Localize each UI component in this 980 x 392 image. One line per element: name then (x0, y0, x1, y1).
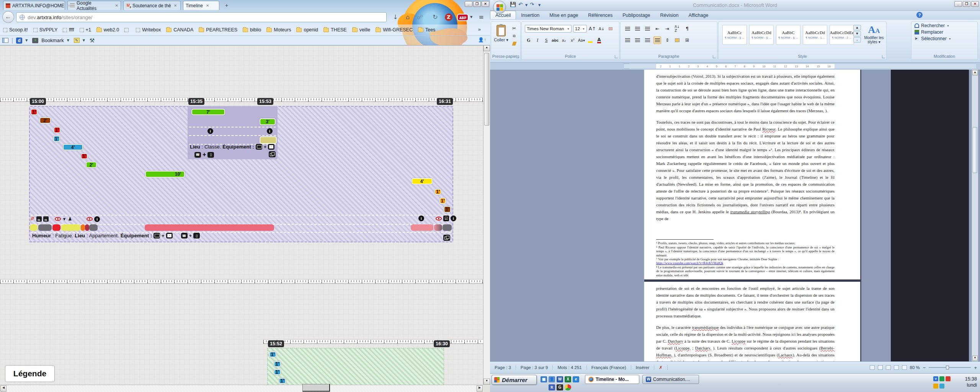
bookmark-item[interactable]: ffff (63, 27, 74, 33)
computer-icon[interactable] (154, 233, 160, 238)
timeline-event-block[interactable]: 4' (63, 144, 83, 150)
bookmark-item[interactable] (124, 28, 131, 32)
bookmark-item[interactable]: SVPPLY (33, 27, 58, 33)
legend-button[interactable]: Légende (5, 365, 55, 382)
dialog-launcher-icon[interactable] (516, 55, 519, 58)
bookmark-folder[interactable]: CANADA (166, 27, 193, 33)
zoom-in-icon[interactable]: + (974, 365, 977, 371)
grow-font-icon[interactable]: A↑ (588, 25, 596, 33)
reload-icon[interactable]: ↻ (430, 13, 440, 22)
print-layout-view-icon[interactable] (870, 365, 875, 370)
proofing-error-icon[interactable]: ✗ (654, 365, 668, 370)
scroll-down-icon[interactable]: ▼ (483, 379, 490, 385)
outline-view-icon[interactable] (894, 365, 899, 370)
timeline-bar[interactable] (52, 224, 60, 231)
rss-icon[interactable]: ☍ (415, 13, 425, 22)
borders-icon[interactable]: ⊞ (683, 36, 691, 44)
timeline-event-block[interactable]: 1' (81, 153, 88, 159)
zoom-slider[interactable] (929, 367, 971, 368)
ribbon-tab[interactable]: Insertion (516, 11, 544, 19)
timeline-bar[interactable] (89, 224, 98, 231)
zoom-slider-thumb[interactable] (946, 366, 949, 369)
add-bookmark-icon[interactable]: + (32, 38, 38, 43)
ribbon-tab[interactable]: Révision (655, 11, 684, 19)
person-icon[interactable]: ♟ (68, 216, 72, 222)
dialog-launcher-icon[interactable] (713, 55, 716, 58)
bookmark-item[interactable]: Writebox (136, 27, 161, 33)
adblock-plus-icon[interactable]: ABP (457, 14, 469, 21)
change-styles-button[interactable]: AA Modifier les styles ▾ (862, 24, 885, 44)
adblock-dropdown-icon[interactable]: ▼ (469, 13, 473, 22)
style-card[interactable]: AaBbCc¶ NORM - § ... (722, 25, 747, 45)
quicklaunch-word-icon[interactable]: W (557, 376, 563, 382)
timeline-event-block[interactable]: 1' (434, 189, 441, 195)
visibility-icon[interactable] (87, 217, 93, 221)
bookmark-dropdown-icon[interactable]: ▼ (67, 39, 71, 42)
draft-view-icon[interactable] (902, 365, 907, 370)
line-spacing-icon[interactable]: ⇕ (663, 36, 671, 44)
undo-dropdown-icon[interactable]: ▼ (525, 3, 529, 7)
quicklaunch-excel-icon[interactable]: X (565, 376, 571, 382)
ribbon-tab[interactable]: Mise en page (544, 11, 583, 19)
phone-icon[interactable]: ☎ (194, 152, 201, 158)
timeline-band-secondary[interactable] (267, 348, 444, 385)
timeline-event-block[interactable]: 1' (274, 369, 281, 375)
timeline-event-block[interactable]: 1' (54, 127, 60, 133)
status-item[interactable]: Insérer (631, 365, 655, 370)
timeline-event-block[interactable]: 1' (444, 206, 451, 213)
calendar-icon[interactable]: 31 (43, 216, 49, 222)
taskbar-button-firefox[interactable]: Timeline - Mo... (585, 375, 639, 384)
bookmark-folder[interactable]: web2.0 (96, 27, 119, 33)
mobile-icon[interactable]: ▯ (193, 233, 200, 238)
mobile-icon[interactable]: ▯ (207, 152, 214, 158)
timeline-bar[interactable] (30, 224, 38, 231)
tab-gmail[interactable]: M2 Soutenance de thèse de… ✕ (123, 1, 181, 10)
delicious-icon[interactable]: d (16, 38, 22, 44)
calendar-icon[interactable]: 31 (36, 216, 42, 222)
bookmark-folder[interactable]: PEARLTREES (199, 27, 237, 33)
vertical-scrollbar[interactable]: ▲ ▼ (483, 45, 490, 385)
band-expand-icon[interactable] (443, 235, 450, 241)
find-button[interactable]: Rechercher ▼ (915, 23, 977, 28)
timeline-event-block[interactable] (260, 136, 277, 144)
tray-icon[interactable] (933, 384, 938, 389)
timeline-bar[interactable] (434, 224, 442, 231)
numbering-icon[interactable] (634, 25, 641, 33)
info-icon[interactable]: i (451, 216, 456, 221)
bookmark-button[interactable]: Bookmark (41, 38, 64, 43)
edit-pencil-icon[interactable]: ✎ (30, 216, 35, 222)
zoom-out-icon[interactable]: − (923, 365, 926, 371)
fullscreen-view-icon[interactable] (878, 365, 883, 370)
windows-icon[interactable] (166, 233, 173, 238)
visibility-icon[interactable] (55, 217, 61, 221)
timeline-event-block[interactable]: 1' (279, 378, 286, 384)
status-item[interactable]: Français (France) (587, 365, 631, 370)
ribbon-tab[interactable]: Publipostage (617, 11, 655, 19)
sidebar-toggle-icon[interactable] (2, 38, 8, 43)
align-left-icon[interactable] (624, 36, 631, 44)
justify-icon[interactable] (653, 36, 661, 44)
highlight-button[interactable] (586, 36, 594, 44)
computer-icon[interactable] (256, 144, 262, 150)
dialog-launcher-icon[interactable] (882, 55, 885, 58)
change-case-button[interactable]: Aa▾ (578, 36, 585, 44)
scroll-up-icon[interactable]: ▲ (972, 70, 978, 75)
tab-close-icon[interactable]: ✕ (174, 3, 177, 8)
panel-expand-icon[interactable] (269, 151, 276, 157)
quicklaunch-r-icon[interactable]: R (549, 384, 555, 390)
timeline-event-block[interactable]: 2' (86, 162, 97, 168)
info-icon[interactable]: i (94, 216, 100, 222)
bookmark-folder[interactable]: Moteurs (266, 27, 291, 33)
quicklaunch-desktop-icon[interactable]: ▣ (541, 376, 547, 382)
save-icon[interactable]: 💾 (510, 2, 516, 7)
edit-check-icon[interactable]: ☑ (443, 216, 449, 221)
timeline-event-block[interactable]: 1' (31, 109, 38, 115)
restore-button[interactable]: ❐ (473, 1, 481, 7)
quicklaunch-gimp-icon[interactable]: G (557, 384, 563, 390)
maximize-button[interactable]: ❐ (963, 1, 970, 7)
timeline-bar[interactable] (85, 224, 89, 231)
strikethrough-button[interactable]: abc (551, 36, 559, 44)
timeline-event-block[interactable]: 2' (39, 117, 51, 124)
styles-scroll-up-icon[interactable]: ▲ (853, 25, 861, 30)
underline-button[interactable]: S (542, 36, 550, 44)
